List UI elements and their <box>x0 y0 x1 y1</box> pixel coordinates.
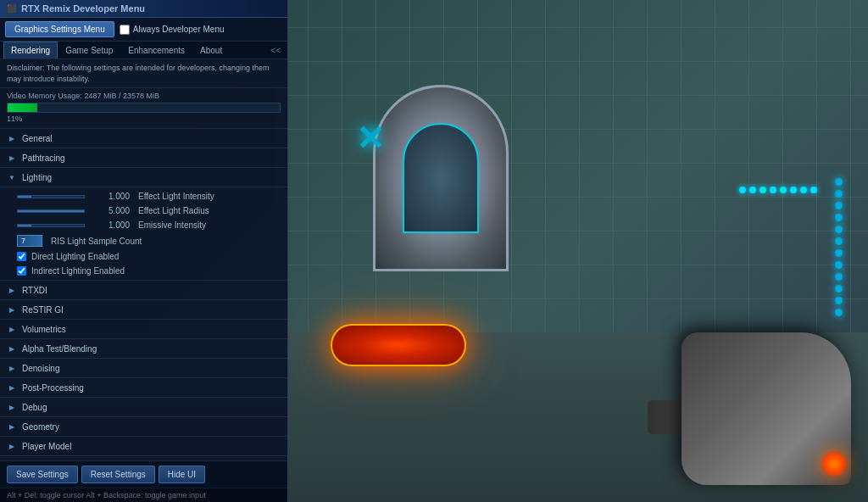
bottom-buttons: Save Settings Reset Settings Hide UI <box>0 460 287 488</box>
section-rtxdi[interactable]: RTXDI <box>0 281 287 300</box>
effect-light-radius-slider[interactable] <box>17 209 85 213</box>
lighting-expand-icon <box>7 172 17 182</box>
tab-about[interactable]: About <box>192 42 230 59</box>
geometry-title: Geometry <box>22 422 59 432</box>
indirect-lighting-row[interactable]: Indirect Lighting Enabled <box>0 264 287 278</box>
ris-sample-slider[interactable]: 7 <box>17 235 42 247</box>
section-volumetrics[interactable]: Volumetrics <box>0 320 287 339</box>
post-processing-title: Post-Processing <box>22 383 84 393</box>
indirect-lighting-label: Indirect Lighting Enabled <box>31 266 125 276</box>
effect-light-intensity-slider[interactable] <box>17 195 85 198</box>
section-pathtracing[interactable]: Pathtracing <box>0 148 287 168</box>
setting-effect-light-radius: 5.000 Effect Light Radius <box>0 204 287 218</box>
pathtracing-title: Pathtracing <box>22 153 65 163</box>
x-marker: ✕ <box>356 119 385 158</box>
top-buttons-row: Graphics Settings Menu Always Developer … <box>0 18 287 42</box>
effect-light-intensity-value: 1.000 <box>92 192 130 201</box>
portal-gun <box>571 265 868 502</box>
emissive-intensity-value: 1.000 <box>92 220 130 230</box>
emissive-intensity-label: Emissive Intensity <box>138 220 206 230</box>
ris-light-sample-label: RIS Light Sample Count <box>51 237 142 246</box>
corridor-dots <box>739 187 817 193</box>
disclaimer-text: Disclaimer: The following settings are i… <box>0 59 287 88</box>
section-denoising[interactable]: Denoising <box>0 359 287 378</box>
section-restir-gi[interactable]: ReSTIR GI <box>0 300 287 320</box>
portal-door <box>373 85 509 271</box>
rtxdi-title: RTXDI <box>22 286 47 295</box>
debug-expand-icon <box>7 402 17 412</box>
graphics-settings-button[interactable]: Graphics Settings Menu <box>5 21 114 37</box>
panel-content[interactable]: General Pathtracing Lighting 1.000 Effec… <box>0 129 287 460</box>
section-alpha-test[interactable]: Alpha Test/Blending <box>0 339 287 359</box>
hide-ui-button[interactable]: Hide UI <box>159 466 205 483</box>
hotkeys-footer: Alt + Del: toggle cursor Alt + Backspace… <box>0 488 287 502</box>
emissive-intensity-slider[interactable] <box>17 224 85 227</box>
tab-game-setup[interactable]: Game Setup <box>58 42 120 59</box>
always-developer-label[interactable]: Always Developer Menu <box>120 25 225 35</box>
direct-lighting-label: Direct Lighting Enabled <box>31 252 119 261</box>
volumetrics-expand-icon <box>7 324 17 334</box>
direct-lighting-row[interactable]: Direct Lighting Enabled <box>0 249 287 264</box>
indirect-lighting-checkbox[interactable] <box>17 266 26 276</box>
alpha-test-title: Alpha Test/Blending <box>22 344 97 354</box>
denoising-expand-icon <box>7 363 17 373</box>
volumetrics-title: Volumetrics <box>22 325 66 334</box>
post-processing-expand-icon <box>7 382 17 393</box>
memory-bar-container <box>7 103 281 113</box>
player-model-expand-icon <box>7 441 17 451</box>
setting-emissive-intensity: 1.000 Emissive Intensity <box>0 218 287 232</box>
effect-light-intensity-label: Effect Light Intensity <box>138 192 214 201</box>
section-lighting[interactable]: Lighting <box>0 168 287 187</box>
section-post-processing[interactable]: Post-Processing <box>0 378 287 398</box>
effect-light-radius-label: Effect Light Radius <box>138 206 209 215</box>
denoising-title: Denoising <box>22 364 59 373</box>
setting-effect-light-intensity: 1.000 Effect Light Intensity <box>0 189 287 204</box>
setting-ris-light-sample: 7 RIS Light Sample Count <box>0 232 287 249</box>
title-bar: ⬛ RTX Remix Developer Menu <box>0 0 287 18</box>
restir-gi-expand-icon <box>7 304 17 315</box>
window-title: RTX Remix Developer Menu <box>21 3 145 14</box>
debug-title: Debug <box>22 403 47 412</box>
tab-enhancements[interactable]: Enhancements <box>120 42 192 59</box>
player-model-title: Player Model <box>22 442 71 451</box>
geometry-expand-icon <box>7 421 17 432</box>
lighting-title: Lighting <box>22 173 52 182</box>
section-debug[interactable]: Debug <box>0 398 287 417</box>
window-icon: ⬛ <box>7 4 16 13</box>
direct-lighting-checkbox[interactable] <box>17 252 26 261</box>
general-title: General <box>22 134 53 143</box>
pathtracing-expand-icon <box>7 153 17 163</box>
tab-scroll-arrow[interactable]: << <box>267 44 284 57</box>
memory-section: Video Memory Usage: 2487 MiB / 23578 MiB… <box>0 88 287 129</box>
red-device <box>331 324 466 375</box>
tab-bar: Rendering Game Setup Enhancements About … <box>0 42 287 59</box>
save-settings-button[interactable]: Save Settings <box>7 466 78 483</box>
memory-label: Video Memory Usage: 2487 MiB / 23578 MiB <box>7 92 281 100</box>
general-expand-icon <box>7 133 17 143</box>
developer-menu-panel: ⬛ RTX Remix Developer Menu Graphics Sett… <box>0 0 288 502</box>
section-player-model[interactable]: Player Model <box>0 437 287 456</box>
lighting-settings: 1.000 Effect Light Intensity 5.000 Effec… <box>0 187 287 281</box>
section-geometry[interactable]: Geometry <box>0 417 287 437</box>
alpha-test-expand-icon <box>7 343 17 354</box>
reset-settings-button[interactable]: Reset Settings <box>81 466 155 483</box>
always-developer-checkbox[interactable] <box>120 25 130 35</box>
memory-percent: 11% <box>7 114 281 123</box>
restir-gi-title: ReSTIR GI <box>22 305 64 315</box>
section-general[interactable]: General <box>0 129 287 148</box>
rtxdi-expand-icon <box>7 285 17 295</box>
tab-rendering[interactable]: Rendering <box>3 42 58 59</box>
effect-light-radius-value: 5.000 <box>92 206 130 215</box>
memory-bar-fill <box>8 103 37 112</box>
